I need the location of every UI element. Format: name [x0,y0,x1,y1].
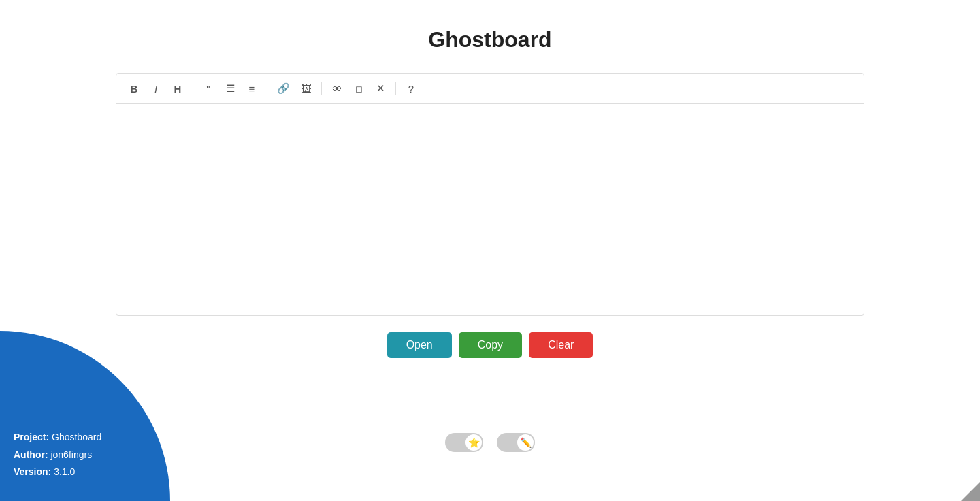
toolbar-divider-2 [267,82,267,95]
action-buttons: Open Copy Clear [387,332,593,358]
unordered-list-button[interactable]: ☰ [220,79,240,98]
toolbar-divider-1 [193,82,193,95]
heading-icon: H [174,83,182,95]
help-icon: ? [408,83,414,95]
fullscreen-icon: ✕ [376,82,385,95]
fullscreen-button[interactable]: ✕ [371,79,390,98]
version-value: 3.1.0 [54,466,75,477]
version-label: Version: [14,466,51,477]
editor-container: B I H " ☰ ≡ 🔗 🖼 [116,73,864,316]
toggle-sun[interactable]: ⭐ [445,433,483,452]
clear-button[interactable]: Clear [529,332,593,358]
heading-button[interactable]: H [168,79,187,98]
editor-area[interactable] [116,104,864,315]
preview-icon: 👁 [332,83,342,95]
italic-button[interactable]: I [146,79,165,98]
link-button[interactable]: 🔗 [273,79,294,98]
preview-button[interactable]: 👁 [327,79,346,98]
copy-button[interactable]: Copy [459,332,522,358]
ordered-list-button[interactable]: ≡ [242,79,261,98]
toggles-row: ⭐ ✏️ [445,433,535,452]
blockquote-icon: " [206,83,210,95]
image-button[interactable]: 🖼 [297,79,316,98]
ordered-list-icon: ≡ [249,83,255,95]
toolbar-divider-4 [395,82,396,95]
image-icon: 🖼 [301,83,312,95]
open-button[interactable]: Open [387,332,452,358]
unordered-list-icon: ☰ [226,82,235,95]
toolbar-divider-3 [321,82,322,95]
page-title: Ghostboard [428,27,551,52]
italic-icon: I [154,83,157,95]
toggle-pencil-knob: ✏️ [517,434,534,451]
editor-toolbar: B I H " ☰ ≡ 🔗 🖼 [116,74,864,104]
toggle-pencil[interactable]: ✏️ [497,433,535,452]
blockquote-button[interactable]: " [199,79,218,98]
link-icon: 🔗 [277,82,290,95]
bold-icon: B [131,83,138,95]
bold-button[interactable]: B [125,79,144,98]
help-button[interactable]: ? [402,79,421,98]
toggle-sun-knob: ⭐ [466,434,482,451]
split-button[interactable]: ◻ [349,79,368,98]
split-icon: ◻ [355,84,363,94]
scroll-indicator [961,482,980,501]
